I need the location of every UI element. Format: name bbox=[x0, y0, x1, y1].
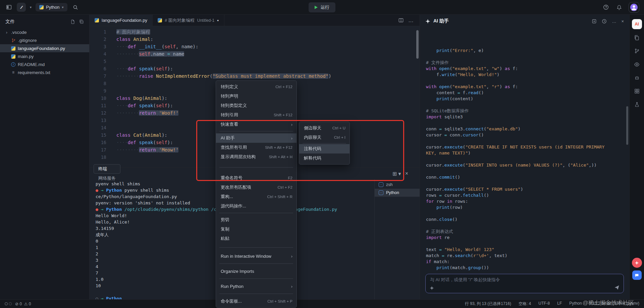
file-item-label: requirements.txt bbox=[18, 70, 50, 75]
context-menu-item[interactable]: 重构...Ctrl + Shift + R bbox=[216, 192, 297, 201]
menu-separator bbox=[216, 211, 297, 215]
context-menu-item[interactable]: 重命名符号F2 bbox=[216, 173, 297, 183]
ai-chat-content[interactable]: print("Error:", e) # 文件操作with open("exam… bbox=[420, 27, 629, 271]
files-icon[interactable] bbox=[630, 31, 644, 44]
ai-submenu-item[interactable]: 解释代码 bbox=[299, 153, 350, 163]
context-menu-item[interactable]: Organize Imports bbox=[216, 266, 297, 276]
ai-chat-input[interactable] bbox=[430, 277, 610, 282]
more-icon[interactable]: … bbox=[612, 19, 616, 24]
status-item[interactable]: 行 93, 列 13 (已选择1716) bbox=[465, 301, 511, 307]
context-menu-item[interactable]: 粘贴 bbox=[216, 234, 297, 243]
ai-code-line: import re bbox=[426, 235, 615, 241]
context-menu-item[interactable]: 源代码操作... bbox=[216, 201, 297, 211]
context-menu-item[interactable]: 命令面板...Ctrl + Shift + P bbox=[216, 297, 297, 306]
line-number: 1 bbox=[90, 28, 106, 36]
chat-widget-icon[interactable] bbox=[632, 270, 642, 280]
split-editor-icon[interactable] bbox=[398, 18, 404, 23]
environment-selector[interactable]: Python ▾ bbox=[36, 3, 67, 11]
menu-item-label: 查找所有引用 bbox=[221, 144, 247, 150]
editor-context-menu: 转到定义Ctrl + F12转到声明转到类型定义转到引用Shift + F12快… bbox=[216, 80, 297, 308]
search-icon[interactable] bbox=[71, 3, 79, 11]
preview-eye-icon[interactable] bbox=[630, 58, 644, 71]
ai-input-box[interactable] bbox=[425, 274, 624, 293]
ai-code-line bbox=[426, 156, 615, 162]
menu-shortcut: Ctrl + Shift + P bbox=[263, 299, 292, 303]
context-menu-item[interactable]: 显示调用层次结构Shift + Alt + H bbox=[216, 152, 297, 162]
git-branch-icon[interactable] bbox=[630, 44, 644, 58]
status-item[interactable]: 3.10.2 64-bit ('shims':pyenv) bbox=[589, 301, 639, 307]
context-menu-item[interactable]: 转到引用Shift + F12 bbox=[216, 110, 297, 120]
submenu-arrow-icon: › bbox=[291, 254, 292, 259]
context-menu-item[interactable]: Run Python› bbox=[216, 282, 297, 291]
ai-submenu-item[interactable]: 内嵌聊天Ctrl + I bbox=[299, 133, 350, 142]
editor-tabbar: languageFoundation.py# 面向对象编程Untitled-1●… bbox=[90, 15, 420, 26]
context-menu-item[interactable]: Run in Interactive Window› bbox=[216, 251, 297, 261]
menu-item-label: 注释代码 bbox=[304, 146, 321, 152]
sidebar-toggle-icon[interactable] bbox=[5, 3, 13, 11]
debug-icon[interactable] bbox=[630, 71, 644, 84]
new-terminal-icon[interactable]: ⊞ ▾ bbox=[392, 171, 401, 177]
run-button[interactable]: 运行 bbox=[309, 2, 335, 12]
file-item[interactable]: ›.vscode bbox=[0, 28, 89, 36]
remote-indicator-icon[interactable] bbox=[5, 302, 12, 305]
status-item[interactable]: LF bbox=[557, 301, 562, 307]
status-item[interactable]: 空格: 4 bbox=[519, 301, 531, 307]
terminal-actions: ⊞ ▾ × bbox=[392, 171, 416, 177]
file-item-label: .vscode bbox=[11, 30, 27, 35]
menu-shortcut: Shift + Alt + F12 bbox=[260, 145, 292, 149]
editor-scrollbar[interactable] bbox=[416, 30, 419, 59]
user-avatar[interactable] bbox=[629, 2, 639, 13]
context-menu-item[interactable]: 复制 bbox=[216, 225, 297, 234]
ai-panel-scrollbar[interactable] bbox=[626, 106, 628, 145]
history-icon[interactable] bbox=[602, 19, 607, 24]
editor-tab[interactable]: # 面向对象编程Untitled-1● bbox=[153, 15, 224, 26]
context-menu-item[interactable]: 转到类型定义 bbox=[216, 101, 297, 110]
problems-indicator[interactable]: ⊘ 0 ⚠ 0 bbox=[15, 302, 31, 306]
editor-tab[interactable]: languageFoundation.py bbox=[90, 15, 153, 26]
line-number: 3 bbox=[90, 43, 106, 50]
menu-shortcut: F2 bbox=[283, 176, 292, 180]
menu-item-label: 转到声明 bbox=[221, 93, 238, 99]
file-item[interactable]: ≡requirements.txt bbox=[0, 68, 89, 76]
more-actions-icon[interactable]: … bbox=[408, 17, 414, 23]
help-icon[interactable] bbox=[602, 3, 610, 11]
feedback-badge-icon[interactable] bbox=[632, 258, 642, 268]
status-item[interactable]: UTF-8 bbox=[538, 301, 550, 307]
send-icon[interactable] bbox=[614, 285, 620, 290]
collapse-folders-icon[interactable] bbox=[79, 19, 84, 24]
explorer-title: 文件 bbox=[5, 19, 15, 25]
ai-code-line: print(row) bbox=[426, 204, 615, 210]
context-menu-item[interactable]: 转到声明 bbox=[216, 91, 297, 101]
ai-submenu-item[interactable]: 侧边聊天Ctrl + U bbox=[299, 123, 350, 133]
menu-shortcut: Ctrl + Shift + R bbox=[263, 195, 292, 199]
context-menu-item[interactable]: 剪切 bbox=[216, 215, 297, 225]
close-panel-icon[interactable]: × bbox=[405, 171, 408, 177]
line-number: 6 bbox=[90, 65, 106, 72]
status-item[interactable]: Python bbox=[569, 301, 582, 307]
context-menu-item[interactable]: 查找所有引用Shift + Alt + F12 bbox=[216, 143, 297, 152]
test-flask-icon[interactable] bbox=[630, 98, 644, 111]
not极ifications-bell-icon[interactable] bbox=[615, 3, 623, 11]
menu-item-label: 侧边聊天 bbox=[304, 125, 321, 131]
new-file-icon[interactable] bbox=[70, 19, 75, 24]
context-menu-item[interactable]: 更改所有匹配项Ctrl + F2 bbox=[216, 183, 297, 192]
file-item[interactable]: main.py bbox=[0, 52, 89, 60]
context-menu-item[interactable]: 快速查看› bbox=[216, 120, 297, 129]
context-menu-item[interactable]: 转到定义Ctrl + F12 bbox=[216, 82, 297, 91]
extensions-grid-icon[interactable] bbox=[630, 84, 644, 98]
ai-code-line: f.write("Hello, World!") bbox=[426, 72, 615, 78]
context-menu-item[interactable]: AI 助手› bbox=[216, 133, 297, 143]
ai-submenu-item[interactable]: 注释代码 bbox=[299, 144, 350, 153]
app-logo[interactable]: ∕∕ bbox=[17, 3, 26, 12]
file-item[interactable]: languageFoundation.py bbox=[0, 44, 89, 52]
line-number-gutter: 123456789101112131415161718 bbox=[90, 28, 110, 168]
chevron-down-icon[interactable]: ▾ bbox=[30, 5, 32, 9]
ai-code-line bbox=[426, 102, 615, 108]
file-item[interactable]: .gitignore bbox=[0, 36, 89, 44]
file-item[interactable]: iREADME.md bbox=[0, 60, 89, 68]
close-ai-panel-icon[interactable]: × bbox=[621, 19, 624, 24]
new-chat-icon[interactable] bbox=[592, 19, 597, 24]
ai-assistant-icon[interactable]: AI bbox=[630, 17, 644, 31]
process-item[interactable]: ›Python bbox=[375, 189, 420, 197]
process-item[interactable]: ›zsh bbox=[375, 181, 420, 189]
